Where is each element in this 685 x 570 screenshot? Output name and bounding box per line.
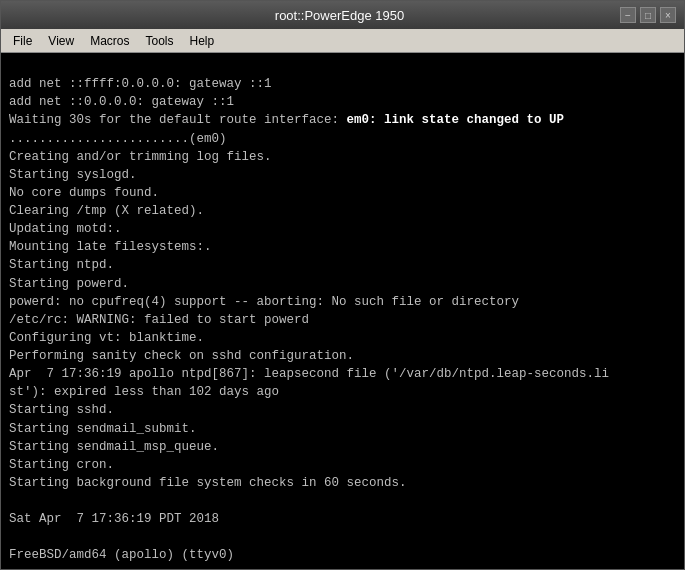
terminal-body[interactable]: add net ::ffff:0.0.0.0: gateway ::1 add … (1, 53, 684, 569)
terminal-output: add net ::ffff:0.0.0.0: gateway ::1 add … (9, 57, 676, 569)
minimize-button[interactable]: − (620, 7, 636, 23)
close-button[interactable]: × (660, 7, 676, 23)
menu-view[interactable]: View (40, 32, 82, 50)
title-bar: root::PowerEdge 1950 − □ × (1, 1, 684, 29)
menu-file[interactable]: File (5, 32, 40, 50)
menu-help[interactable]: Help (182, 32, 223, 50)
window-title: root::PowerEdge 1950 (59, 8, 620, 23)
menu-tools[interactable]: Tools (137, 32, 181, 50)
terminal-window: root::PowerEdge 1950 − □ × File View Mac… (0, 0, 685, 570)
menu-bar: File View Macros Tools Help (1, 29, 684, 53)
window-controls: − □ × (620, 7, 676, 23)
maximize-button[interactable]: □ (640, 7, 656, 23)
menu-macros[interactable]: Macros (82, 32, 137, 50)
